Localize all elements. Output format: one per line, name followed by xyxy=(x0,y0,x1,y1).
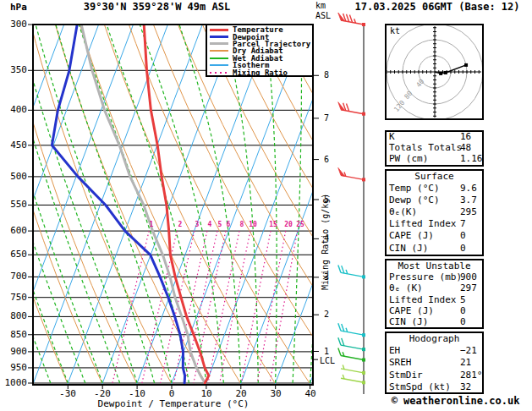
pressure-tick-label: 500 xyxy=(3,172,27,182)
stat-label: SREH xyxy=(389,357,412,368)
surface-panel: Surface Temp (°C)9.6Dewp (°C)3.7θₑ(K)295… xyxy=(385,169,484,256)
stat-value: 297 xyxy=(460,282,477,293)
km-tick-label: 8 xyxy=(324,70,329,80)
pressure-tick-label: 450 xyxy=(3,140,27,151)
legend-swatch-thin xyxy=(210,50,228,52)
pressure-tick-label: 650 xyxy=(3,249,27,260)
stat-value: 21 xyxy=(460,357,471,369)
stat-value: −21 xyxy=(460,345,477,357)
stat-value: 0 xyxy=(460,230,466,242)
stat-row: Dewp (°C)3.7 xyxy=(389,195,480,206)
stat-value: 3.7 xyxy=(460,195,477,206)
mixing-ratio-value-label: 2 xyxy=(175,221,185,228)
legend-swatch-thick xyxy=(210,29,228,31)
temp-tick-label: 40 xyxy=(297,389,324,399)
km-axis-label: kmASL xyxy=(315,1,331,21)
pressure-tick-label: 550 xyxy=(3,200,27,210)
pressure-tick-label: 400 xyxy=(3,105,27,115)
stat-value: 295 xyxy=(460,206,477,218)
legend-swatch-thin xyxy=(210,64,228,66)
hodograph-trace-point xyxy=(444,71,447,74)
mixing-ratio-value-label: 25 xyxy=(295,221,305,228)
wet-adiabat-line xyxy=(140,25,223,383)
hodograph-trace-point xyxy=(439,72,442,75)
mixing-ratio-value-label: 4 xyxy=(205,221,215,228)
legend-box: TemperatureDewpointParcel TrajectoryDry … xyxy=(206,24,314,77)
stat-label: K xyxy=(389,131,395,142)
stat-label: StmSpd (kt) xyxy=(389,381,451,392)
legend-label: Mixing Ratio xyxy=(233,69,288,76)
pressure-tick-label: 700 xyxy=(3,271,27,282)
stat-row: StmSpd (kt)32 xyxy=(389,381,480,393)
stat-label: Totals Totals xyxy=(389,142,462,153)
mixing-ratio-line xyxy=(241,231,271,383)
mixing-ratio-axis-label: Mixing Ratio (g/kg) xyxy=(321,194,330,290)
stat-label: θₑ(K) xyxy=(389,206,417,217)
hodograph-panel-title: Hodograph xyxy=(389,333,480,345)
sounding-curves xyxy=(52,25,208,383)
temp-tick-label: 30 xyxy=(262,389,289,399)
wind-barb-icon xyxy=(338,167,365,181)
legend-swatch-thin xyxy=(210,58,228,59)
stat-row: SREH21 xyxy=(389,357,480,369)
most-unstable-panel: Most Unstable Pressure (mb)900θₑ (K)297L… xyxy=(385,259,484,329)
station-title: 39°30'N 359°28'W 49m ASL xyxy=(41,2,273,12)
wet-adiabat-line xyxy=(327,25,357,383)
mixing-ratio-value-label: 6 xyxy=(223,221,233,228)
stat-label: CAPE (J) xyxy=(389,230,434,241)
lcl-label: LCL xyxy=(320,356,335,366)
hodograph-stats-panel: Hodograph EH−21SREH21StmDir281°StmSpd (k… xyxy=(385,332,484,394)
pressure-tick-label: 800 xyxy=(3,311,27,321)
most-unstable-panel-title: Most Unstable xyxy=(389,260,480,271)
wind-barb-icon xyxy=(338,13,365,26)
stat-label: EH xyxy=(389,345,400,356)
legend-swatch-thick xyxy=(210,36,228,38)
stat-label: CIN (J) xyxy=(389,243,428,254)
stat-value: 0 xyxy=(460,316,466,327)
stat-label: StmDir xyxy=(389,370,423,381)
stat-value: 7 xyxy=(460,218,466,230)
stat-row: CAPE (J)0 xyxy=(389,230,480,242)
temp-tick-label: -30 xyxy=(54,389,81,399)
stat-value: 1.16 xyxy=(460,154,483,165)
wind-barb-icon xyxy=(341,375,365,384)
mixing-ratio-value-label: 3 xyxy=(192,221,202,228)
surface-panel-title: Surface xyxy=(389,171,480,183)
stat-label: PW (cm) xyxy=(389,153,428,164)
wet-adiabat-line xyxy=(179,25,241,383)
wind-barb-icon xyxy=(338,348,365,362)
legend-label: Temperature xyxy=(233,26,283,33)
stat-row: Temp (°C)9.6 xyxy=(389,183,480,195)
stat-row: PW (cm)1.16 xyxy=(389,154,480,165)
stat-row: CIN (J)0 xyxy=(389,316,480,327)
legend-row: Mixing Ratio xyxy=(210,68,312,75)
stat-label: θₑ (K) xyxy=(389,282,423,293)
stat-row: StmDir281° xyxy=(389,370,480,381)
hodograph-unit-label: kt xyxy=(390,26,400,36)
stat-label: Pressure (mb) xyxy=(389,271,462,282)
pressure-tick-label: 600 xyxy=(3,226,27,236)
km-tick-label: 6 xyxy=(324,155,329,165)
sounding-screenshot: hPa 39°30'N 359°28'W 49m ASL 17.03.2025 … xyxy=(0,0,532,411)
stat-row: CIN (J)0 xyxy=(389,243,480,255)
dry-adiabat-line xyxy=(104,25,275,383)
legend-swatch-dotted xyxy=(210,72,228,74)
stat-label: Temp (°C) xyxy=(389,183,440,194)
pressure-tick-label: 900 xyxy=(3,347,27,357)
mixing-ratio-value-label: 20 xyxy=(283,221,293,228)
pressure-tick-label: 750 xyxy=(3,293,27,303)
pressure-tick-label: 300 xyxy=(3,19,27,30)
stat-value: 900 xyxy=(460,271,477,282)
parcel-trajectory-curve xyxy=(81,25,205,383)
stat-label: Lifted Index xyxy=(389,218,456,229)
mixing-ratio-value-label: 8 xyxy=(237,221,247,228)
indices-panel: K16Totals Totals48PW (cm)1.16 xyxy=(385,130,484,167)
stat-row: Lifted Index7 xyxy=(389,218,480,230)
stat-value: 281° xyxy=(460,370,483,381)
stat-value: 9.6 xyxy=(460,183,477,195)
legend-label: Isotherm xyxy=(233,62,269,68)
copyright-footer: © weatheronline.co.uk xyxy=(379,396,532,406)
stat-row: CAPE (J)0 xyxy=(389,305,480,316)
stat-row: EH−21 xyxy=(389,345,480,357)
hodograph-trace-point xyxy=(464,63,468,67)
